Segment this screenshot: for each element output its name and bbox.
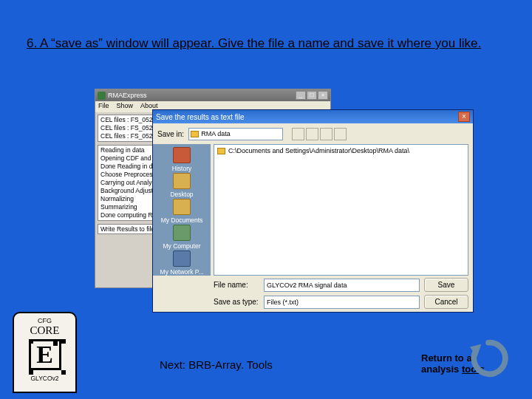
savetype-dropdown[interactable]: Files (*.txt) (264, 296, 420, 309)
newfolder-icon[interactable] (320, 128, 332, 140)
place-history[interactable]: History (153, 147, 211, 173)
menu-show[interactable]: Show (117, 102, 134, 112)
menu-file[interactable]: File (98, 102, 109, 112)
savein-value: RMA data (201, 130, 231, 137)
save-as-dialog: Save the results as text file × Save in:… (152, 109, 474, 313)
dlg-titlebar: Save the results as text file × (153, 110, 473, 123)
mycomputer-icon (173, 225, 191, 241)
path-text: C:\Documents and Settings\Administrator\… (228, 147, 409, 154)
views-icon[interactable] (334, 128, 347, 140)
screenshot-composite: RMAExpress _ □ × File Show About CEL fil… (95, 89, 475, 314)
close-icon[interactable]: × (458, 112, 470, 122)
path-row[interactable]: C:\Documents and Settings\Administrator\… (217, 147, 465, 154)
logo-letter: E (29, 339, 61, 370)
place-mycomputer[interactable]: My Computer (153, 224, 211, 250)
up-icon[interactable] (306, 128, 318, 140)
filename-label: File name: (214, 281, 259, 289)
place-network[interactable]: My Network P... (153, 250, 211, 276)
logo-cfg: CFG (14, 317, 75, 324)
app-icon (98, 92, 106, 100)
network-icon (173, 250, 191, 267)
savein-label: Save in: (157, 130, 184, 138)
places-bar: History Desktop My Documents My Computer… (153, 144, 211, 276)
history-icon (173, 147, 191, 163)
savein-dropdown[interactable]: RMA data (188, 128, 283, 140)
place-mydocs[interactable]: My Documents (153, 199, 211, 225)
savetype-label: Save as type: (214, 298, 259, 306)
dlg-title-text: Save the results as text file (156, 113, 245, 121)
instruction-text: 6. A “save as” window will appear. Give … (27, 35, 505, 52)
return-arrow-icon (467, 337, 510, 380)
logo-core: CORE (14, 324, 75, 337)
cancel-button[interactable]: Cancel (424, 295, 468, 309)
folder-icon (217, 148, 225, 154)
back-icon[interactable] (292, 128, 304, 140)
dlg-toolbar (292, 128, 347, 140)
place-desktop[interactable]: Desktop (153, 173, 211, 199)
mydocuments-icon (173, 199, 191, 215)
filename-input[interactable]: GLYCOv2 RMA signal data (264, 279, 420, 292)
minimize-icon[interactable]: _ (296, 91, 306, 100)
logo-glyco: GLYCOv2 (14, 375, 75, 382)
close-icon[interactable]: × (318, 91, 328, 100)
folder-icon (191, 131, 199, 137)
file-listing[interactable]: C:\Documents and Settings\Administrator\… (214, 144, 468, 276)
save-button[interactable]: Save (424, 278, 468, 292)
maximize-icon[interactable]: □ (307, 91, 317, 100)
next-link[interactable]: Next: BRB-Array. Tools (160, 358, 273, 371)
bg-title-text: RMAExpress (108, 92, 147, 99)
desktop-icon (173, 173, 191, 189)
cfg-core-logo: CFG CORE E GLYCOv2 (13, 312, 77, 393)
bg-titlebar: RMAExpress _ □ × (95, 89, 330, 101)
